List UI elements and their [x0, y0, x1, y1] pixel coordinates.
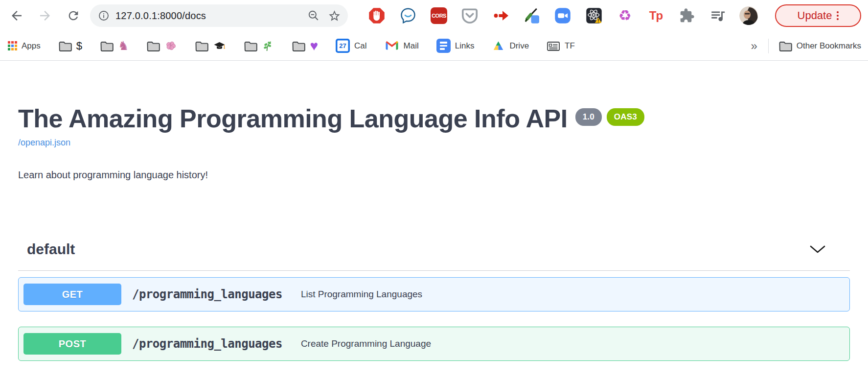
- bookmark-folder-graduation[interactable]: [195, 40, 226, 52]
- zoom-out-icon[interactable]: [307, 9, 320, 22]
- version-badge: 1.0: [575, 108, 602, 126]
- reload-button[interactable]: [63, 5, 84, 26]
- bookmark-label: Mail: [404, 41, 419, 51]
- pocket-icon: [461, 7, 479, 24]
- browser-toolbar: 127.0.0.1:8000/docs CORS: [0, 0, 868, 31]
- red-redirect-icon: [492, 7, 510, 24]
- omnibox-actions: [307, 9, 341, 23]
- chat-bubble-extension[interactable]: [398, 6, 418, 25]
- redirect-extension[interactable]: [491, 6, 511, 25]
- back-arrow-icon: [9, 8, 24, 23]
- color-picker-extension[interactable]: [522, 6, 542, 25]
- bookmark-label: Cal: [354, 41, 367, 51]
- brain-icon: [164, 40, 177, 52]
- other-bookmarks-button[interactable]: Other Bookmarks: [778, 40, 861, 52]
- zoom-extension[interactable]: [553, 6, 572, 25]
- profile-avatar: [739, 6, 758, 25]
- folder-icon: [778, 40, 792, 52]
- block-hand-extension[interactable]: [367, 6, 387, 25]
- react-devtools-extension[interactable]: [584, 6, 604, 25]
- bookmark-calendar[interactable]: 27 Cal: [336, 39, 367, 53]
- bookmark-star-icon[interactable]: [328, 9, 341, 23]
- bookmark-mail[interactable]: Mail: [385, 40, 419, 52]
- bookmark-tf[interactable]: TF: [547, 40, 575, 52]
- carousel-horse-icon: ♞: [118, 40, 129, 52]
- playlist-extension[interactable]: [708, 6, 728, 25]
- profile-button[interactable]: [739, 6, 758, 25]
- eyedropper-icon: [523, 7, 541, 24]
- cors-icon: CORS: [431, 7, 447, 24]
- update-label: Update: [798, 9, 832, 22]
- folder-icon: [100, 40, 114, 52]
- method-badge-post: POST: [23, 333, 121, 355]
- endpoint-path: /programming_languages: [132, 337, 282, 351]
- oas3-badge: OAS3: [607, 108, 644, 126]
- address-bar[interactable]: 127.0.0.1:8000/docs: [90, 4, 348, 27]
- swagger-ui-page: The Amazing Programming Language Info AP…: [0, 61, 868, 361]
- bookmark-drive[interactable]: Drive: [492, 40, 529, 52]
- links-doc-icon: [436, 39, 451, 53]
- tp-icon: Tp: [649, 9, 662, 23]
- site-info-icon[interactable]: [98, 10, 110, 22]
- bookmark-apps[interactable]: Apps: [8, 41, 41, 51]
- bookmark-folder-carousel[interactable]: ♞: [100, 40, 129, 52]
- playlist-music-icon: [709, 7, 726, 24]
- folder-icon: [292, 40, 305, 52]
- calendar-icon: 27: [336, 39, 350, 53]
- update-button[interactable]: Update: [775, 4, 861, 27]
- bookmark-label: Drive: [509, 41, 529, 51]
- method-badge-get: GET: [23, 284, 121, 305]
- bookmarks-overflow-button[interactable]: »: [751, 39, 757, 53]
- endpoint-summary: Create Programming Language: [301, 338, 431, 349]
- extensions-menu[interactable]: [677, 6, 697, 25]
- endpoint-summary: List Programming Languages: [301, 289, 422, 300]
- folder-icon: [244, 40, 257, 52]
- openapi-json-link[interactable]: /openapi.json: [18, 138, 70, 148]
- browser-window: 127.0.0.1:8000/docs CORS: [0, 0, 868, 382]
- bookmark-links[interactable]: Links: [436, 39, 475, 53]
- kebab-menu-icon: [837, 11, 839, 20]
- bookmarks-bar: Apps $ ♞ ♥ 27 Cal: [0, 31, 868, 61]
- bookmark-folder-dollar[interactable]: $: [58, 40, 82, 52]
- react-atom-icon: [585, 7, 603, 24]
- bookmark-folder-herb[interactable]: [244, 40, 274, 52]
- purple-heart-icon: ♥: [310, 39, 318, 53]
- bookmarks-right-group: » Other Bookmarks: [751, 39, 861, 53]
- section-default-header[interactable]: default: [18, 228, 850, 271]
- video-camera-icon: [554, 7, 571, 24]
- url-text[interactable]: 127.0.0.1:8000/docs: [115, 10, 307, 22]
- title-badges: 1.0OAS3: [575, 108, 644, 126]
- operation-get-programming-languages[interactable]: GET /programming_languages List Programm…: [18, 277, 850, 311]
- herb-icon: [262, 40, 274, 52]
- bookmark-label: Other Bookmarks: [797, 41, 861, 51]
- api-title-text: The Amazing Programming Language Info AP…: [18, 104, 568, 133]
- bookmark-folder-brain[interactable]: [146, 40, 177, 52]
- endpoint-path: /programming_languages: [132, 287, 282, 301]
- section-title: default: [18, 241, 75, 258]
- back-button[interactable]: [6, 5, 27, 26]
- recycle-extension[interactable]: ♻: [615, 6, 635, 25]
- bookmark-label: TF: [565, 41, 575, 51]
- puzzle-piece-icon: [679, 8, 695, 24]
- stop-hand-icon: [368, 7, 386, 24]
- gmail-icon: [385, 40, 399, 52]
- folder-icon: [58, 40, 72, 52]
- reload-icon: [67, 9, 80, 23]
- forward-button[interactable]: [34, 5, 56, 26]
- chevron-down-icon[interactable]: [809, 244, 826, 255]
- api-description: Learn about programming language history…: [18, 169, 850, 181]
- forward-arrow-icon: [38, 8, 52, 23]
- bookmark-folder-heart[interactable]: ♥: [292, 39, 318, 53]
- tampermonkey-extension[interactable]: Tp: [646, 6, 665, 25]
- tf-card-icon: [547, 40, 560, 52]
- chat-bubble-icon: [399, 7, 417, 24]
- operation-post-programming-languages[interactable]: POST /programming_languages Create Progr…: [18, 327, 850, 361]
- bookmark-label: $: [76, 40, 82, 52]
- cors-extension[interactable]: CORS: [429, 6, 449, 25]
- recycle-icon: ♻: [618, 8, 632, 23]
- bookmarks-divider: [768, 39, 769, 53]
- pocket-extension[interactable]: [460, 6, 480, 25]
- folder-icon: [195, 40, 208, 52]
- bookmark-label: Apps: [22, 41, 41, 51]
- nav-buttons: [4, 5, 84, 26]
